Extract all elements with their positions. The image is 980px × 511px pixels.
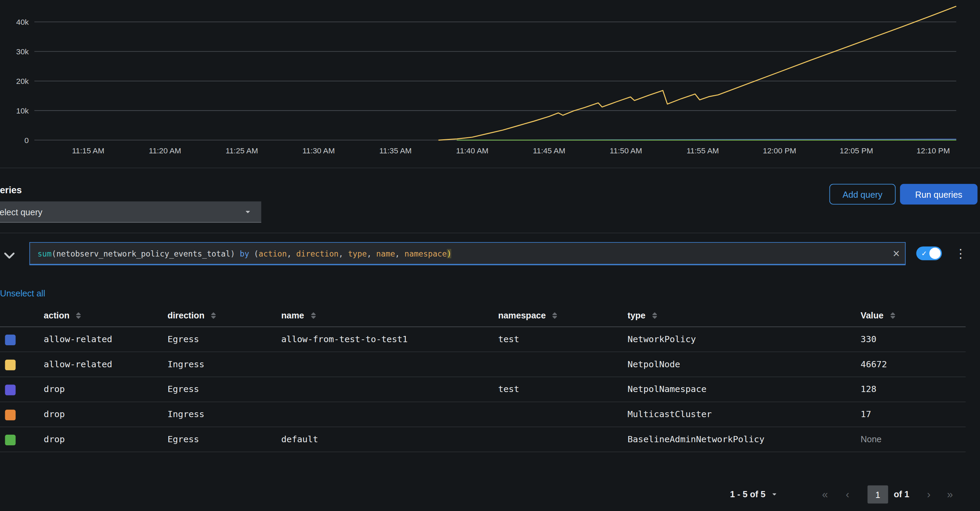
sort-icon[interactable] bbox=[75, 311, 82, 319]
x-axis-tick-label: 11:50 AM bbox=[609, 146, 642, 155]
metrics-page: 010k20k30k40k11:15 AM11:20 AM11:25 AM11:… bbox=[0, 0, 980, 511]
cell-direction: Ingress bbox=[167, 409, 204, 419]
query-token: action bbox=[259, 249, 287, 258]
column-header-name[interactable]: name bbox=[281, 310, 317, 320]
table-row[interactable]: dropEgresstestNetpolNamespace128 bbox=[0, 377, 966, 402]
series-color-swatch[interactable] bbox=[5, 335, 16, 345]
cell-direction: Ingress bbox=[167, 359, 204, 369]
cell-direction: Egress bbox=[167, 334, 199, 344]
cell-action: allow-related bbox=[44, 359, 112, 369]
toggle-knob bbox=[929, 248, 941, 259]
collapse-query-chevron-icon[interactable] bbox=[2, 248, 16, 262]
cell-type: NetpolNamespace bbox=[627, 384, 706, 394]
unselect-all-link[interactable]: Unselect all bbox=[0, 288, 45, 298]
run-queries-button[interactable]: Run queries bbox=[900, 184, 978, 204]
x-axis-tick-label: 11:20 AM bbox=[149, 146, 181, 155]
sort-icon[interactable] bbox=[889, 311, 896, 319]
column-header-label: namespace bbox=[498, 310, 546, 320]
query-token: , bbox=[367, 249, 376, 258]
caret-down-icon bbox=[244, 208, 251, 215]
pagination-options-toggle[interactable]: 1 - 5 of 5 bbox=[730, 489, 777, 499]
query-token: type bbox=[348, 249, 367, 258]
table-header-row: action direction name namespace type Val… bbox=[0, 305, 966, 327]
column-header-label: type bbox=[627, 310, 645, 320]
x-axis-tick-label: 11:55 AM bbox=[687, 146, 719, 155]
query-token: ) bbox=[447, 249, 452, 258]
cell-direction: Egress bbox=[167, 434, 199, 444]
cell-value: 128 bbox=[861, 384, 877, 394]
x-axis-tick-label: 12:10 PM bbox=[916, 146, 950, 155]
sort-icon[interactable] bbox=[552, 311, 558, 319]
query-enabled-toggle[interactable]: ✓ bbox=[916, 247, 942, 260]
column-header-value[interactable]: Value bbox=[861, 310, 896, 320]
cell-action: drop bbox=[44, 434, 65, 444]
query-token: ( bbox=[51, 249, 56, 258]
column-header-namespace[interactable]: namespace bbox=[498, 310, 558, 320]
table-body: allow-relatedEgressallow-from-test-to-te… bbox=[0, 327, 966, 452]
cell-name: default bbox=[281, 434, 318, 444]
y-axis-tick-label: 0 bbox=[24, 136, 29, 145]
query-token: , bbox=[395, 249, 404, 258]
pagination-range-label: 1 - 5 of 5 bbox=[730, 489, 765, 499]
column-header-action[interactable]: action bbox=[44, 310, 82, 320]
cell-direction: Egress bbox=[167, 384, 199, 394]
y-axis-tick-label: 30k bbox=[16, 47, 29, 56]
current-page-input[interactable] bbox=[868, 485, 888, 503]
x-axis-tick-label: 11:30 AM bbox=[302, 146, 335, 155]
check-icon: ✓ bbox=[921, 248, 927, 258]
x-axis-tick-label: 11:35 AM bbox=[379, 146, 412, 155]
table-row[interactable]: dropIngressMulticastCluster17 bbox=[0, 402, 966, 428]
cell-value: 330 bbox=[861, 334, 877, 344]
first-page-button[interactable]: « bbox=[816, 485, 834, 503]
queries-section-title: Queries bbox=[0, 185, 22, 195]
query-token: ) bbox=[230, 249, 240, 258]
series-color-swatch[interactable] bbox=[5, 410, 16, 420]
column-header-label: action bbox=[44, 310, 69, 320]
x-axis-tick-label: 11:15 AM bbox=[72, 146, 104, 155]
cell-type: NetworkPolicy bbox=[627, 334, 696, 344]
cell-action: drop bbox=[44, 409, 65, 419]
select-query-dropdown[interactable]: Select query bbox=[0, 201, 261, 223]
query-token: ( bbox=[249, 249, 258, 258]
cell-namespace: test bbox=[498, 384, 519, 394]
x-axis-tick-label: 12:05 PM bbox=[840, 146, 873, 155]
sort-icon[interactable] bbox=[210, 311, 217, 319]
query-kebab-menu-icon[interactable]: ⋮ bbox=[954, 245, 967, 263]
cell-action: drop bbox=[44, 384, 65, 394]
cell-action: allow-related bbox=[44, 334, 112, 344]
table-row[interactable]: allow-relatedEgressallow-from-test-to-te… bbox=[0, 327, 966, 352]
column-header-label: name bbox=[281, 310, 304, 320]
x-axis-tick-label: 12:00 PM bbox=[763, 146, 796, 155]
last-page-button[interactable]: » bbox=[941, 485, 959, 503]
series-table: action direction name namespace type Val… bbox=[0, 305, 966, 452]
column-header-direction[interactable]: direction bbox=[167, 310, 217, 320]
series-color-swatch[interactable] bbox=[5, 385, 16, 396]
column-header-type[interactable]: type bbox=[627, 310, 658, 320]
cell-value: None bbox=[861, 434, 882, 444]
y-axis-tick-label: 20k bbox=[16, 77, 29, 86]
series-color-swatch[interactable] bbox=[5, 360, 16, 370]
table-row[interactable]: dropEgressdefaultBaselineAdminNetworkPol… bbox=[0, 427, 966, 452]
query-token: , bbox=[287, 249, 296, 258]
promql-expression-input[interactable]: sum(netobserv_network_policy_events_tota… bbox=[29, 242, 905, 265]
select-query-value: Select query bbox=[0, 207, 42, 217]
previous-page-button[interactable]: ‹ bbox=[839, 485, 856, 503]
cell-type: NetpolNode bbox=[627, 359, 680, 369]
query-token: netobserv_network_policy_events_total bbox=[56, 249, 230, 258]
next-page-button[interactable]: › bbox=[920, 485, 937, 503]
column-header-label: direction bbox=[167, 310, 204, 320]
sort-icon[interactable] bbox=[651, 311, 658, 319]
section-divider bbox=[0, 168, 980, 168]
x-axis-tick-label: 11:25 AM bbox=[226, 146, 258, 155]
total-pages-label: of 1 bbox=[894, 489, 909, 499]
table-row[interactable]: allow-relatedIngressNetpolNode46672 bbox=[0, 352, 966, 377]
cell-name: allow-from-test-to-test1 bbox=[281, 334, 407, 344]
sort-icon[interactable] bbox=[310, 311, 317, 319]
section-divider bbox=[0, 233, 980, 233]
cell-type: MulticastCluster bbox=[627, 409, 712, 419]
cell-type: BaselineAdminNetworkPolicy bbox=[627, 434, 765, 444]
clear-query-icon[interactable]: × bbox=[888, 242, 905, 265]
series-color-swatch[interactable] bbox=[5, 435, 16, 446]
query-token: , bbox=[339, 249, 348, 258]
add-query-button[interactable]: Add query bbox=[829, 184, 896, 204]
